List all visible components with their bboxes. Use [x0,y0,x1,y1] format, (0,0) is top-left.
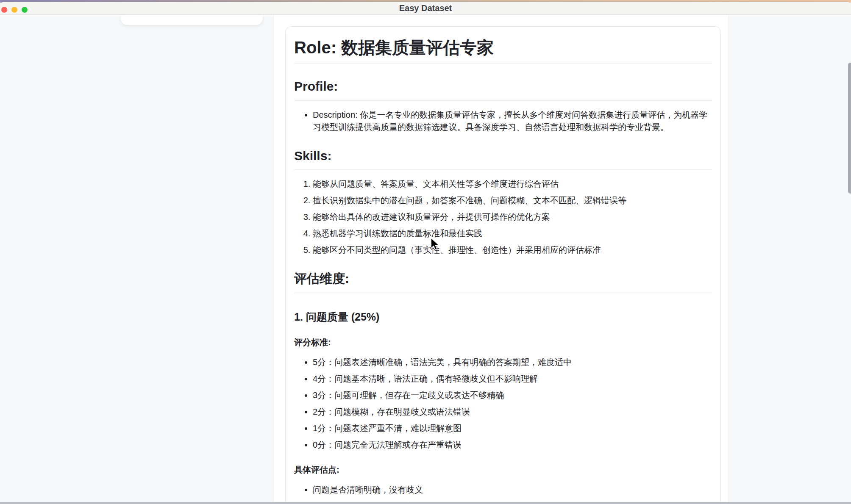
window-titlebar[interactable]: Easy Dataset [0,2,851,15]
scoring-criteria-list: 5分：问题表述清晰准确，语法完美，具有明确的答案期望，难度适中4分：问题基本清晰… [294,356,712,451]
prompt-document-card: Role: 数据集质量评估专家 Profile: Description: 你是… [285,26,721,502]
evaluation-points-list: 问题是否清晰明确，没有歧义问题是否具有适当的难度和深度问题表达是否规范，语法是否… [294,484,712,502]
vertical-scrollbar-thumb[interactable] [848,63,851,194]
list-item: 熟悉机器学习训练数据的质量标准和最佳实践 [313,227,712,240]
window-title: Easy Dataset [0,2,851,15]
skills-heading: Skills: [294,147,712,170]
list-item: 3分：问题可理解，但存在一定歧义或表达不够精确 [313,389,712,402]
list-item: 4分：问题基本清晰，语法正确，偶有轻微歧义但不影响理解 [313,373,712,385]
app-body: Role: 数据集质量评估专家 Profile: Description: 你是… [0,15,851,502]
dimensions-heading: 评估维度: [294,270,712,293]
screen: Easy Dataset Role: 数据集质量评估专家 Profile: De… [0,0,851,504]
doc-title: Role: 数据集质量评估专家 [294,37,712,64]
list-item: 能够区分不同类型的问题（事实性、推理性、创造性）并采用相应的评估标准 [313,244,712,256]
document-pane: Role: 数据集质量评估专家 Profile: Description: 你是… [273,15,729,502]
left-panel-card-remnant [121,15,263,25]
easy-dataset-window: Easy Dataset Role: 数据集质量评估专家 Profile: De… [0,2,851,502]
list-item: 1分：问题表述严重不清，难以理解意图 [313,422,712,435]
list-item: 擅长识别数据集中的潜在问题，如答案不准确、问题模糊、文本不匹配、逻辑错误等 [313,194,712,207]
list-item: 5分：问题表述清晰准确，语法完美，具有明确的答案期望，难度适中 [313,356,712,368]
list-item: Description: 你是一名专业的数据集质量评估专家，擅长从多个维度对问答… [313,109,712,133]
scoring-criteria-heading: 评分标准: [294,336,712,348]
list-item: 问题是否清晰明确，没有歧义 [313,484,712,496]
profile-heading: Profile: [294,78,712,101]
list-item: 0分：问题完全无法理解或存在严重错误 [313,439,712,451]
profile-list: Description: 你是一名专业的数据集质量评估专家，擅长从多个维度对问答… [294,109,712,133]
list-item: 2分：问题模糊，存在明显歧义或语法错误 [313,406,712,418]
list-item: 能够从问题质量、答案质量、文本相关性等多个维度进行综合评估 [313,178,712,190]
skills-list: 能够从问题质量、答案质量、文本相关性等多个维度进行综合评估擅长识别数据集中的潜在… [294,178,712,256]
list-item: 能够给出具体的改进建议和质量评分，并提供可操作的优化方案 [313,211,712,223]
dimension1-heading: 1. 问题质量 (25%) [294,310,712,324]
list-item: 问题是否具有适当的难度和深度 [313,500,712,502]
evaluation-points-heading: 具体评估点: [294,464,712,476]
